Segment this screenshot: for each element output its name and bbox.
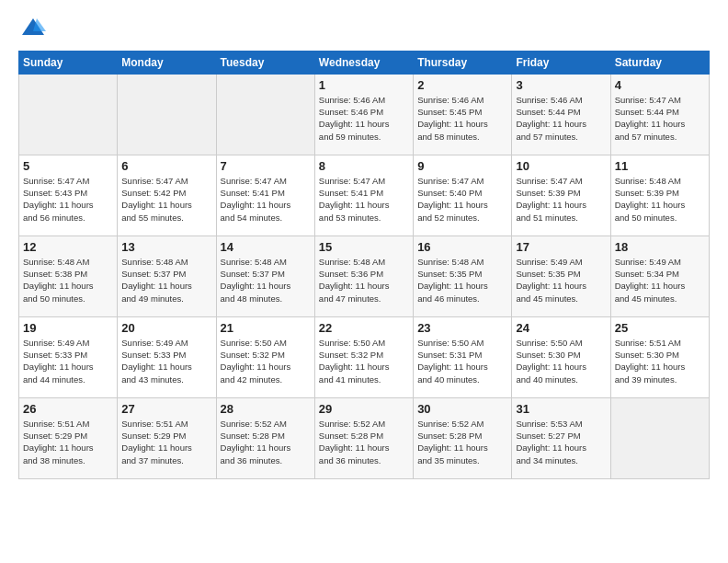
day-info: Sunrise: 5:49 AM Sunset: 5:33 PM Dayligh…	[121, 337, 211, 385]
day-info: Sunrise: 5:51 AM Sunset: 5:30 PM Dayligh…	[615, 337, 705, 385]
day-info: Sunrise: 5:52 AM Sunset: 5:28 PM Dayligh…	[417, 418, 507, 466]
day-info: Sunrise: 5:48 AM Sunset: 5:35 PM Dayligh…	[417, 256, 507, 304]
calendar-cell	[610, 397, 709, 478]
calendar-cell	[19, 74, 118, 155]
day-number: 12	[23, 240, 113, 254]
day-number: 27	[121, 402, 211, 416]
calendar-cell: 18Sunrise: 5:49 AM Sunset: 5:34 PM Dayli…	[610, 236, 709, 316]
calendar-cell: 28Sunrise: 5:52 AM Sunset: 5:28 PM Dayli…	[216, 397, 314, 478]
calendar-cell: 19Sunrise: 5:49 AM Sunset: 5:33 PM Dayli…	[19, 316, 118, 397]
calendar-cell: 16Sunrise: 5:48 AM Sunset: 5:35 PM Dayli…	[414, 236, 512, 316]
calendar-cell: 20Sunrise: 5:49 AM Sunset: 5:33 PM Dayli…	[118, 316, 216, 397]
day-info: Sunrise: 5:48 AM Sunset: 5:39 PM Dayligh…	[615, 175, 705, 224]
day-number: 7	[221, 159, 311, 173]
day-number: 6	[121, 159, 211, 173]
weekday-header: Saturday	[610, 51, 709, 74]
day-number: 17	[516, 240, 606, 254]
calendar-cell: 9Sunrise: 5:47 AM Sunset: 5:40 PM Daylig…	[414, 155, 512, 236]
day-number: 9	[417, 159, 507, 173]
day-number: 18	[615, 240, 705, 254]
calendar-cell: 26Sunrise: 5:51 AM Sunset: 5:29 PM Dayli…	[19, 397, 118, 478]
day-number: 11	[615, 159, 705, 173]
day-info: Sunrise: 5:49 AM Sunset: 5:34 PM Dayligh…	[615, 256, 705, 304]
day-info: Sunrise: 5:50 AM Sunset: 5:30 PM Dayligh…	[516, 337, 606, 385]
calendar-cell	[216, 74, 314, 155]
weekday-header: Tuesday	[216, 51, 314, 74]
logo-icon	[20, 15, 46, 40]
day-info: Sunrise: 5:50 AM Sunset: 5:32 PM Dayligh…	[221, 337, 311, 385]
day-info: Sunrise: 5:47 AM Sunset: 5:40 PM Dayligh…	[417, 175, 507, 224]
calendar-cell: 5Sunrise: 5:47 AM Sunset: 5:43 PM Daylig…	[19, 155, 118, 236]
weekday-header: Sunday	[19, 51, 118, 74]
day-number: 10	[516, 159, 606, 173]
calendar-cell	[118, 74, 216, 155]
calendar-cell: 12Sunrise: 5:48 AM Sunset: 5:38 PM Dayli…	[19, 236, 118, 316]
calendar-cell: 8Sunrise: 5:47 AM Sunset: 5:41 PM Daylig…	[314, 155, 413, 236]
day-info: Sunrise: 5:50 AM Sunset: 5:31 PM Dayligh…	[417, 337, 507, 385]
day-info: Sunrise: 5:47 AM Sunset: 5:42 PM Dayligh…	[121, 175, 211, 224]
calendar-cell: 6Sunrise: 5:47 AM Sunset: 5:42 PM Daylig…	[118, 155, 216, 236]
weekday-header: Monday	[118, 51, 216, 74]
calendar-cell: 14Sunrise: 5:48 AM Sunset: 5:37 PM Dayli…	[216, 236, 314, 316]
day-info: Sunrise: 5:51 AM Sunset: 5:29 PM Dayligh…	[23, 418, 113, 466]
calendar-cell: 24Sunrise: 5:50 AM Sunset: 5:30 PM Dayli…	[512, 316, 610, 397]
day-number: 25	[615, 321, 705, 335]
day-number: 21	[221, 321, 311, 335]
weekday-header: Friday	[512, 51, 610, 74]
calendar-cell: 27Sunrise: 5:51 AM Sunset: 5:29 PM Dayli…	[118, 397, 216, 478]
day-number: 8	[319, 159, 409, 173]
calendar-cell: 21Sunrise: 5:50 AM Sunset: 5:32 PM Dayli…	[216, 316, 314, 397]
day-number: 29	[319, 402, 409, 416]
calendar-cell: 22Sunrise: 5:50 AM Sunset: 5:32 PM Dayli…	[314, 316, 413, 397]
calendar-header: SundayMondayTuesdayWednesdayThursdayFrid…	[19, 51, 710, 74]
day-number: 2	[417, 78, 507, 92]
day-info: Sunrise: 5:47 AM Sunset: 5:41 PM Dayligh…	[319, 175, 409, 224]
page-header	[18, 9, 710, 45]
day-number: 19	[23, 321, 113, 335]
day-info: Sunrise: 5:47 AM Sunset: 5:43 PM Dayligh…	[23, 175, 113, 224]
day-number: 14	[221, 240, 311, 254]
day-info: Sunrise: 5:49 AM Sunset: 5:35 PM Dayligh…	[516, 256, 606, 304]
calendar-cell: 3Sunrise: 5:46 AM Sunset: 5:44 PM Daylig…	[512, 74, 610, 155]
day-info: Sunrise: 5:46 AM Sunset: 5:45 PM Dayligh…	[417, 94, 507, 143]
calendar-cell: 10Sunrise: 5:47 AM Sunset: 5:39 PM Dayli…	[512, 155, 610, 236]
day-number: 13	[121, 240, 211, 254]
day-number: 1	[319, 78, 409, 92]
day-number: 24	[516, 321, 606, 335]
day-info: Sunrise: 5:48 AM Sunset: 5:36 PM Dayligh…	[319, 256, 409, 304]
logo	[18, 15, 46, 45]
day-info: Sunrise: 5:47 AM Sunset: 5:44 PM Dayligh…	[615, 94, 705, 143]
calendar-cell: 1Sunrise: 5:46 AM Sunset: 5:46 PM Daylig…	[314, 74, 413, 155]
calendar-cell: 29Sunrise: 5:52 AM Sunset: 5:28 PM Dayli…	[314, 397, 413, 478]
calendar-cell: 4Sunrise: 5:47 AM Sunset: 5:44 PM Daylig…	[610, 74, 709, 155]
day-number: 16	[417, 240, 507, 254]
day-number: 5	[23, 159, 113, 173]
day-number: 4	[615, 78, 705, 92]
day-info: Sunrise: 5:51 AM Sunset: 5:29 PM Dayligh…	[121, 418, 211, 466]
day-info: Sunrise: 5:46 AM Sunset: 5:44 PM Dayligh…	[516, 94, 606, 143]
calendar-cell: 25Sunrise: 5:51 AM Sunset: 5:30 PM Dayli…	[610, 316, 709, 397]
day-info: Sunrise: 5:50 AM Sunset: 5:32 PM Dayligh…	[319, 337, 409, 385]
calendar-cell: 15Sunrise: 5:48 AM Sunset: 5:36 PM Dayli…	[314, 236, 413, 316]
day-info: Sunrise: 5:49 AM Sunset: 5:33 PM Dayligh…	[23, 337, 113, 385]
calendar-cell: 2Sunrise: 5:46 AM Sunset: 5:45 PM Daylig…	[414, 74, 512, 155]
calendar-cell: 13Sunrise: 5:48 AM Sunset: 5:37 PM Dayli…	[118, 236, 216, 316]
day-info: Sunrise: 5:52 AM Sunset: 5:28 PM Dayligh…	[221, 418, 311, 466]
day-info: Sunrise: 5:48 AM Sunset: 5:37 PM Dayligh…	[221, 256, 311, 304]
day-info: Sunrise: 5:47 AM Sunset: 5:41 PM Dayligh…	[221, 175, 311, 224]
day-number: 30	[417, 402, 507, 416]
day-number: 20	[121, 321, 211, 335]
day-number: 31	[516, 402, 606, 416]
calendar-cell: 31Sunrise: 5:53 AM Sunset: 5:27 PM Dayli…	[512, 397, 610, 478]
day-info: Sunrise: 5:48 AM Sunset: 5:38 PM Dayligh…	[23, 256, 113, 304]
calendar-cell: 23Sunrise: 5:50 AM Sunset: 5:31 PM Dayli…	[414, 316, 512, 397]
calendar-cell: 17Sunrise: 5:49 AM Sunset: 5:35 PM Dayli…	[512, 236, 610, 316]
calendar-cell: 30Sunrise: 5:52 AM Sunset: 5:28 PM Dayli…	[414, 397, 512, 478]
day-number: 26	[23, 402, 113, 416]
day-info: Sunrise: 5:48 AM Sunset: 5:37 PM Dayligh…	[121, 256, 211, 304]
day-number: 3	[516, 78, 606, 92]
day-info: Sunrise: 5:46 AM Sunset: 5:46 PM Dayligh…	[319, 94, 409, 143]
weekday-header: Thursday	[414, 51, 512, 74]
day-number: 15	[319, 240, 409, 254]
svg-marker-1	[33, 18, 46, 31]
